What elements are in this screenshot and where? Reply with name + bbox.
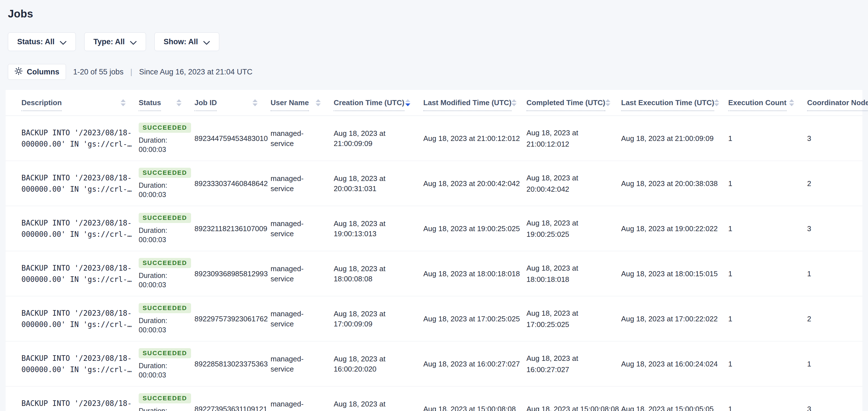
user-name-line1: managed- (271, 399, 334, 409)
job-description-cell[interactable]: BACKUP INTO '/2023/08/18- 000000.00' IN … (6, 116, 138, 161)
column-header[interactable]: Status (138, 90, 194, 116)
job-id: 892344759453483010 (194, 133, 271, 144)
completed-time-cell: Aug 18, 2023 at 21:00:12:012 (526, 116, 621, 161)
sort-arrows-icon (177, 99, 182, 106)
duration-label: Duration: (138, 226, 194, 235)
table-header-row: Description Status Job ID User Name Crea… (6, 90, 862, 116)
status-filter-dropdown[interactable]: Status: All (8, 32, 76, 51)
user-name-cell: managed- service (271, 386, 334, 411)
duration-label: Duration: (138, 361, 194, 371)
column-header[interactable]: Job ID (194, 90, 271, 116)
user-name-line2: service (271, 183, 334, 194)
job-description-cell[interactable]: BACKUP INTO '/2023/08/18- 000000.00' IN … (6, 296, 138, 341)
coordinator-node-cell: 1 (807, 341, 862, 386)
creation-time-line2: 18:00:08:08 (334, 274, 423, 284)
toolbar-separator: | (130, 67, 132, 77)
column-header[interactable]: Description (6, 90, 138, 116)
job-description-cell[interactable]: BACKUP INTO '/2023/08/18- 000000.00' IN … (6, 161, 138, 206)
duration-value: 00:00:03 (138, 371, 194, 380)
user-name-cell: managed- service (271, 296, 334, 341)
coordinator-node-cell: 2 (807, 296, 862, 341)
completed-time: Aug 18, 2023 at 17:00:25:025 (526, 307, 621, 330)
last-modified-time: Aug 18, 2023 at 15:00:08:08 (423, 403, 526, 411)
execution-count-cell: 1 (728, 116, 807, 161)
show-filter-dropdown[interactable]: Show: All (154, 32, 219, 51)
coordinator-node: 3 (807, 403, 862, 411)
job-description-line2: 000000.00' IN 'gs://crl-… (22, 364, 138, 375)
creation-time-cell: Aug 18, 2023 at 17:00:09:09 (334, 296, 423, 341)
completed-time-cell: Aug 18, 2023 at 18:00:18:018 (526, 251, 621, 296)
job-description-cell[interactable]: BACKUP INTO '/2023/08/18- 000000.00' IN … (6, 341, 138, 386)
last-execution-time-cell: Aug 18, 2023 at 16:00:24:024 (621, 341, 728, 386)
status-badge: SUCCEEDED (138, 213, 191, 223)
execution-count: 1 (728, 358, 807, 370)
creation-time-line2: 16:00:20:020 (334, 364, 423, 374)
creation-time-cell: Aug 18, 2023 at 18:00:08:08 (334, 251, 423, 296)
execution-count-cell: 1 (728, 296, 807, 341)
completed-time: Aug 18, 2023 at 19:00:25:025 (526, 217, 621, 240)
column-header-label: Creation Time (UTC) (334, 98, 404, 111)
creation-time-cell: Aug 18, 2023 at 15:00:00:00 (334, 386, 423, 411)
user-name-line2: service (271, 319, 334, 329)
creation-time-line2: 17:00:09:09 (334, 319, 423, 329)
last-execution-time-cell: Aug 18, 2023 at 15:00:05:05 (621, 386, 728, 411)
last-modified-time: Aug 18, 2023 at 16:00:27:027 (423, 358, 526, 370)
jobs-range-text: 1-20 of 55 jobs (73, 68, 124, 77)
last-execution-time: Aug 18, 2023 at 18:00:15:015 (621, 268, 728, 280)
duration-value: 00:00:03 (138, 145, 194, 154)
columns-button[interactable]: Columns (8, 64, 66, 80)
creation-time-line1: Aug 18, 2023 at (334, 354, 423, 364)
job-status-cell: SUCCEEDED Duration: 00:00:03 (138, 296, 194, 341)
column-header[interactable]: Completed Time (UTC) (526, 90, 621, 116)
job-status-cell: SUCCEEDED Duration: 00:00:03 (138, 116, 194, 161)
user-name-line2: service (271, 139, 334, 149)
user-name-line1: managed- (271, 354, 334, 364)
jobs-page: Jobs Status: All Type: All Show: All (0, 0, 868, 411)
job-description-line2: 000000.00' IN 'gs://crl-… (22, 319, 138, 330)
completed-time-cell: Aug 18, 2023 at 19:00:25:025 (526, 206, 621, 251)
creation-time-cell: Aug 18, 2023 at 21:00:09:09 (334, 116, 423, 161)
completed-time: Aug 18, 2023 at 20:00:42:042 (526, 172, 621, 195)
creation-time-line1: Aug 18, 2023 at (334, 218, 423, 229)
coordinator-node: 2 (807, 178, 862, 189)
creation-time-cell: Aug 18, 2023 at 19:00:13:013 (334, 206, 423, 251)
job-id: 892321182136107009 (194, 223, 271, 234)
job-description-line2: 000000.00' IN 'gs://crl-… (22, 183, 138, 195)
job-id: 892285813023375363 (194, 358, 271, 370)
job-row: BACKUP INTO '/2023/08/18- 000000.00' IN … (6, 116, 862, 161)
column-header[interactable]: Execution Count (728, 90, 807, 116)
job-description-cell[interactable]: BACKUP INTO '/2023/08/18- 000000.00' IN … (6, 251, 138, 296)
job-description-line2: 000000.00' IN 'gs://crl-… (22, 139, 138, 150)
duration-value: 00:00:03 (138, 325, 194, 334)
job-description-cell[interactable]: BACKUP INTO '/2023/08/18- 000000.00' IN … (6, 386, 138, 411)
job-id-cell: 892273953631109121 (194, 386, 271, 411)
column-header[interactable]: Coordinator Node (807, 90, 862, 116)
sort-arrows-icon (789, 99, 794, 106)
coordinator-node-cell: 3 (807, 386, 862, 411)
completed-time-cell: Aug 18, 2023 at 15:00:08:08 (526, 386, 621, 411)
job-id-cell: 892321182136107009 (194, 206, 271, 251)
jobs-table: Description Status Job ID User Name Crea… (6, 90, 862, 411)
job-description-line2: 000000.00' IN 'gs://crl-… (22, 229, 138, 240)
columns-button-label: Columns (27, 68, 59, 77)
type-filter-dropdown[interactable]: Type: All (84, 32, 146, 51)
last-modified-time-cell: Aug 18, 2023 at 21:00:12:012 (423, 116, 526, 161)
last-modified-time-cell: Aug 18, 2023 at 20:00:42:042 (423, 161, 526, 206)
chevron-down-icon (60, 38, 66, 47)
execution-count: 1 (728, 313, 807, 324)
column-header[interactable]: User Name (271, 90, 334, 116)
column-header[interactable]: Last Modified Time (UTC) (423, 90, 526, 116)
job-row: BACKUP INTO '/2023/08/18- 000000.00' IN … (6, 251, 862, 296)
last-execution-time: Aug 18, 2023 at 15:00:05:05 (621, 403, 728, 411)
completed-time: Aug 18, 2023 at 21:00:12:012 (526, 127, 621, 150)
user-name-line2: service (271, 274, 334, 284)
job-row: BACKUP INTO '/2023/08/18- 000000.00' IN … (6, 161, 862, 206)
table-body: BACKUP INTO '/2023/08/18- 000000.00' IN … (6, 116, 862, 411)
column-header-label: Description (22, 98, 62, 111)
column-header[interactable]: Last Execution Time (UTC) (621, 90, 728, 116)
page-title: Jobs (8, 8, 862, 20)
column-header[interactable]: Creation Time (UTC) (334, 90, 423, 116)
creation-time-line1: Aug 18, 2023 at (334, 128, 423, 139)
last-modified-time-cell: Aug 18, 2023 at 16:00:27:027 (423, 341, 526, 386)
job-description-cell[interactable]: BACKUP INTO '/2023/08/18- 000000.00' IN … (6, 206, 138, 251)
